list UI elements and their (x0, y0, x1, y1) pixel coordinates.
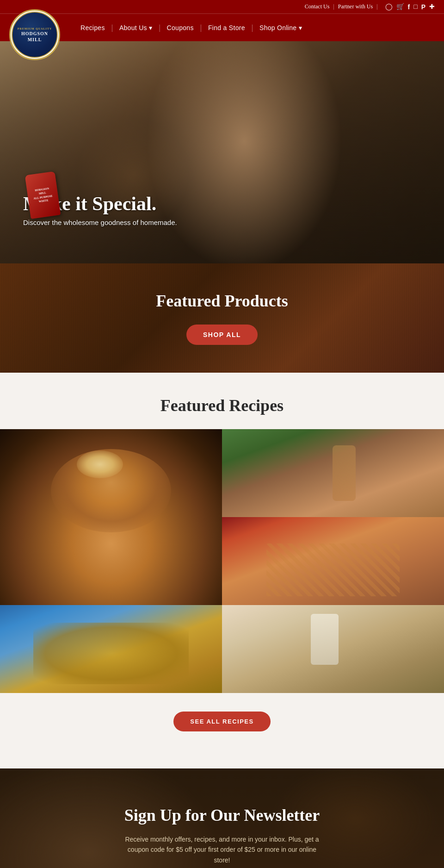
featured-products-section: Featured Products SHOP ALL (0, 263, 444, 373)
hero-section: HODGSONMILLALL PURPOSEWHITE Make it Spec… (0, 41, 444, 263)
social-icons: ◯ 🛒 f □ P ✚ (385, 3, 435, 11)
butter-pat (77, 450, 123, 478)
logo[interactable]: PREMIUM QUALITY HODGSON MILL (9, 9, 60, 60)
logo-brand2: MILL (28, 37, 42, 42)
featured-recipes-heading: Featured Recipes (0, 396, 444, 415)
milk-image (222, 605, 444, 693)
newsletter-body: Receive monthly offers, recipes, and mor… (125, 834, 319, 865)
featured-products-heading: Featured Products (18, 291, 426, 311)
nav-link-about[interactable]: About Us ▾ (113, 24, 159, 31)
newsletter-section: Sign Up for Our Newsletter Receive month… (0, 768, 444, 868)
cart-icon[interactable]: 🛒 (396, 3, 404, 11)
pancake-image (0, 429, 222, 605)
partner-with-us-link[interactable]: Partner with Us (338, 3, 373, 10)
bag-shape: HODGSONMILLALL PURPOSEWHITE (25, 171, 61, 219)
nav-item-about[interactable]: About Us ▾ | (113, 24, 160, 32)
recipe-thumb-milk[interactable] (222, 605, 444, 693)
sep2: | (376, 3, 377, 10)
twitter-icon[interactable]: ✚ (429, 3, 435, 11)
recipes-grid (0, 429, 444, 693)
breadstick-image (222, 517, 444, 605)
contact-us-link[interactable]: Contact Us (305, 3, 330, 10)
smoothie-image (222, 429, 444, 517)
newsletter-heading: Sign Up for Our Newsletter (18, 806, 426, 825)
main-nav: PREMIUM QUALITY HODGSON MILL Recipes | A… (0, 13, 444, 41)
nav-item-recipes[interactable]: Recipes | (74, 24, 113, 32)
facebook-icon[interactable]: f (408, 3, 410, 11)
glass-shape (333, 445, 356, 501)
cornbread-image (0, 605, 222, 693)
breadstick-pattern (266, 543, 400, 596)
nav-links: Recipes | About Us ▾ | Coupons | Find a … (74, 24, 308, 32)
cornbread-shape (33, 623, 189, 684)
nav-link-recipes[interactable]: Recipes (74, 24, 111, 31)
logo-brand: HODGSON (21, 31, 48, 36)
nav-item-store[interactable]: Find a Store | (202, 24, 253, 32)
see-all-recipes-button[interactable]: SEE ALL RECIPES (173, 712, 270, 731)
logo-inner: PREMIUM QUALITY HODGSON MILL (12, 12, 58, 58)
hero-image (0, 41, 444, 263)
nav-link-shop[interactable]: Shop Online ▾ (253, 24, 308, 31)
nav-link-coupons[interactable]: Coupons (160, 24, 200, 31)
featured-recipes-section: Featured Recipes (0, 373, 444, 768)
recipe-main-pancake[interactable] (0, 429, 222, 605)
top-bar: Contact Us | Partner with Us | ◯ 🛒 f □ P… (0, 0, 444, 13)
sep1: | (333, 3, 334, 10)
instagram-icon[interactable]: □ (413, 3, 417, 11)
recipe-thumb-cornbread[interactable] (0, 605, 222, 693)
see-all-recipes-wrap: SEE ALL RECIPES (0, 712, 444, 731)
recipe-thumb-breadstick[interactable] (222, 517, 444, 605)
nav-item-coupons[interactable]: Coupons | (160, 24, 202, 32)
hero-subtext: Discover the wholesome goodness of homem… (23, 219, 177, 226)
account-icon[interactable]: ◯ (385, 3, 393, 11)
pinterest-icon[interactable]: P (421, 3, 426, 11)
shop-all-button[interactable]: SHOP ALL (186, 325, 258, 345)
recipe-thumb-smoothie[interactable] (222, 429, 444, 517)
logo-top-text: PREMIUM QUALITY (18, 27, 52, 30)
product-bag: HODGSONMILLALL PURPOSEWHITE (28, 173, 58, 217)
nav-link-store[interactable]: Find a Store (202, 24, 252, 31)
milk-glass (311, 614, 339, 665)
nav-item-shop[interactable]: Shop Online ▾ (253, 24, 308, 31)
